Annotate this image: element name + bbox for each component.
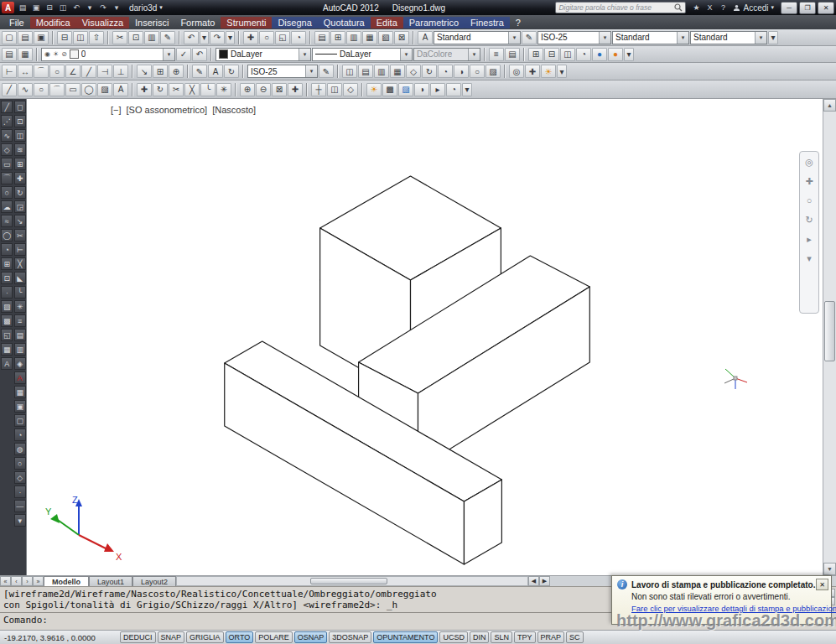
toggle-din[interactable]: DIN — [470, 631, 490, 643]
trim-icon[interactable]: ✂ — [169, 83, 184, 96]
navbar-more-icon[interactable]: ▾ — [802, 252, 816, 265]
redo-icon[interactable]: ↷ — [210, 31, 225, 44]
undo-icon[interactable]: ↶ — [70, 2, 83, 13]
zoom-window-icon[interactable]: ◱ — [275, 31, 290, 44]
menu-modifica[interactable]: Modifica — [30, 17, 76, 29]
scroll-left-icon[interactable]: ◀ — [528, 576, 539, 586]
table-icon[interactable]: ▦ — [14, 386, 26, 398]
zoom-realtime-icon[interactable]: ○ — [259, 31, 274, 44]
pan-icon[interactable]: ✚ — [243, 31, 258, 44]
mleader-style-combo[interactable]: Standard▾ — [690, 31, 767, 44]
save-file-icon[interactable]: ▣ — [34, 31, 49, 44]
layer-combo[interactable]: ◉☀⊘0▾ — [41, 48, 175, 61]
circle-icon[interactable]: ○ — [34, 83, 49, 96]
toolbar-overflow-icon[interactable]: ▾ — [768, 31, 778, 44]
toggle-sc[interactable]: SC — [566, 631, 584, 643]
workspace-switcher[interactable]: dario3d ▾ — [125, 3, 167, 13]
open-file-icon[interactable]: ▤ — [18, 31, 33, 44]
designcenter-icon[interactable]: ⊞ — [330, 31, 345, 44]
redo-icon[interactable]: ↷ — [96, 2, 110, 13]
toggle-tpy[interactable]: TPY — [514, 631, 536, 643]
ellipse-icon[interactable]: ◯ — [1, 229, 13, 242]
properties-icon[interactable]: ▤ — [14, 329, 26, 341]
xref-icon[interactable]: ▣ — [14, 400, 26, 413]
dim-update-icon[interactable]: ↻ — [224, 65, 239, 78]
toggle-deduci[interactable]: DEDUCI — [120, 631, 156, 643]
circle-icon[interactable]: ○ — [1, 186, 13, 199]
revcloud-icon[interactable]: ☁ — [1, 200, 13, 213]
sheetset-icon[interactable]: ▦ — [362, 31, 377, 44]
tab-nav-icon-0[interactable]: « — [0, 576, 11, 586]
block-editor-icon[interactable]: ◈ — [14, 357, 26, 370]
mirror-icon[interactable]: ◫ — [14, 129, 26, 142]
list-icon[interactable]: ≡ — [489, 48, 504, 61]
view-right-icon[interactable]: ▦ — [390, 65, 405, 78]
dim-linear-icon[interactable]: ⊢ — [2, 65, 17, 78]
arc-icon[interactable]: ⌒ — [1, 172, 13, 184]
menu-visualizza[interactable]: Visualizza — [76, 17, 129, 29]
rotate-icon[interactable]: ↻ — [153, 83, 168, 96]
copy-clip-icon[interactable]: ⊡ — [128, 31, 143, 44]
mtext-red-icon[interactable]: A — [14, 371, 26, 384]
materials-icon[interactable]: ▩ — [382, 83, 397, 96]
publish-icon[interactable]: ⇧ — [89, 31, 104, 44]
ucs-icon[interactable]: Z Y X — [44, 493, 127, 564]
walk-icon[interactable]: ✚ — [525, 65, 540, 78]
showmotion-icon[interactable]: ▸ — [802, 232, 816, 246]
image-icon[interactable]: ▢ — [14, 414, 26, 427]
view-front-icon[interactable]: ▤ — [358, 65, 373, 78]
explode-icon[interactable]: ✳ — [14, 300, 26, 313]
search-input[interactable]: Digitare parola chiave o frase — [555, 2, 686, 13]
menu-finestra[interactable]: Finestra — [465, 17, 510, 29]
table-icon[interactable]: ▦ — [1, 343, 13, 356]
layer-previous-icon[interactable]: ↶ — [192, 48, 207, 61]
hide-icon[interactable]: ◔ — [438, 65, 453, 78]
polygon-icon[interactable]: ◇ — [1, 143, 13, 156]
view-top-icon[interactable]: ◫ — [342, 65, 357, 78]
undo-icon[interactable]: ↶ — [184, 31, 199, 44]
vscroll-thumb[interactable] — [824, 301, 835, 361]
help-icon[interactable]: ? — [716, 2, 730, 13]
notification-close-button[interactable]: ✕ — [816, 579, 828, 590]
stretch-icon[interactable]: ↘ — [14, 215, 26, 227]
dim-text-edit-icon[interactable]: A — [208, 65, 223, 78]
ellipse-icon[interactable]: ◯ — [81, 83, 96, 96]
insert-block-icon[interactable]: ⊞ — [1, 257, 13, 270]
dim-edit-icon[interactable]: ✎ — [192, 65, 207, 78]
row4-overflow-icon[interactable]: ▾ — [462, 83, 472, 96]
donut-icon[interactable]: ○ — [14, 457, 26, 470]
render-quick-icon[interactable]: ▨ — [398, 83, 413, 96]
toggle-orto[interactable]: ORTO — [226, 631, 254, 643]
toggle-ucsd[interactable]: UCSD — [439, 631, 468, 643]
chamfer-icon[interactable]: ◣ — [14, 272, 26, 284]
toggle-polare[interactable]: POLARE — [255, 631, 293, 643]
viewport-view-control[interactable]: [SO assonometrico] — [127, 105, 208, 115]
polyline-icon[interactable]: ∿ — [18, 83, 33, 96]
dim-arc-icon[interactable]: ⌒ — [34, 65, 49, 78]
menu-strumenti[interactable]: Strumenti — [221, 17, 272, 29]
favorites-star-icon[interactable]: ★ — [689, 2, 703, 13]
point-icon[interactable]: ∙ — [1, 286, 13, 299]
text-style-icon[interactable]: A — [418, 31, 433, 44]
viewport-visualstyle-control[interactable]: [Nascosto] — [212, 105, 256, 115]
undo-arrow-icon[interactable]: ▾ — [83, 2, 96, 13]
spline-icon[interactable]: ≈ — [1, 215, 13, 227]
table-style-combo[interactable]: Standard▾ — [612, 31, 689, 44]
navigation-bar[interactable]: ◎✚○↻▸▾ — [799, 151, 819, 314]
dim-style-combo[interactable]: ISO-25▾ — [537, 31, 611, 44]
maximize-button[interactable]: ❐ — [799, 2, 816, 14]
measure-icon[interactable]: — — [14, 500, 26, 512]
scroll-down-icon[interactable]: ▼ — [823, 563, 836, 575]
minimize-button[interactable]: ─ — [781, 2, 797, 14]
fillet-icon[interactable]: ╰ — [14, 286, 26, 299]
rectangle-icon[interactable]: ▭ — [65, 83, 80, 96]
ucs-tool-icon[interactable]: ┼ — [311, 83, 326, 96]
camera-icon[interactable]: ◎ — [509, 65, 524, 78]
pan-realtime-icon[interactable]: ✚ — [288, 83, 303, 96]
markup-icon[interactable]: ▧ — [378, 31, 393, 44]
dim-angular-icon[interactable]: ∠ — [65, 65, 80, 78]
copy-icon[interactable]: ⊡ — [14, 115, 26, 127]
hscroll-thumb[interactable] — [310, 578, 387, 584]
dim-radius-icon[interactable]: ○ — [49, 65, 65, 78]
annotation-dot-icon[interactable]: ● — [592, 48, 607, 61]
